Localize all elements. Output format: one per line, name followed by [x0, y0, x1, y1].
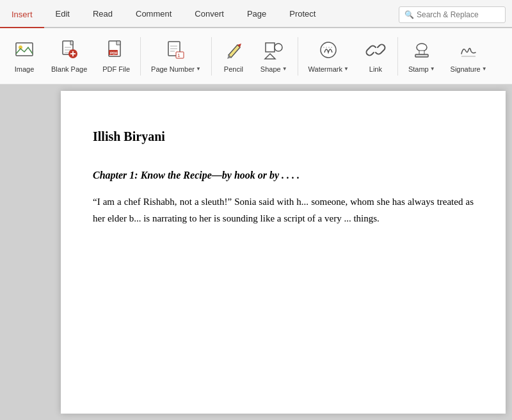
blank-page-icon — [59, 40, 79, 63]
toolbar-watermark-button[interactable]: Watermark ▼ — [302, 33, 355, 79]
svg-point-19 — [275, 44, 282, 51]
svg-text:PDF: PDF — [110, 51, 118, 55]
tab-bar: Insert Edit Read Comment Convert Page Pr… — [0, 0, 512, 28]
watermark-icon — [318, 40, 339, 63]
document-paragraph: “I am a chef Rishabh, not a sleuth!” Son… — [93, 194, 474, 227]
toolbar-pdf-file-button[interactable]: PDF PDF File — [96, 33, 136, 79]
separator-2 — [211, 37, 212, 76]
toolbar-pencil-button[interactable]: Pencil — [216, 33, 252, 79]
shape-label: Shape ▼ — [260, 65, 287, 73]
tab-read[interactable]: Read — [81, 0, 124, 27]
page-number-label: Page Number ▼ — [151, 65, 201, 73]
document-area: Illish Biryani Chapter 1: Know the Recip… — [0, 85, 512, 420]
svg-point-21 — [321, 42, 336, 58]
svg-rect-24 — [415, 54, 428, 57]
tab-convert[interactable]: Convert — [183, 0, 236, 27]
search-box[interactable]: 🔍 — [399, 6, 506, 23]
pdf-file-icon: PDF — [106, 40, 127, 63]
link-icon — [365, 40, 386, 63]
stamp-label: Stamp ▼ — [408, 65, 435, 73]
search-input[interactable] — [417, 10, 500, 19]
tab-protect[interactable]: Protect — [278, 0, 327, 27]
watermark-dropdown-arrow: ▼ — [344, 66, 349, 72]
shape-icon — [264, 40, 284, 63]
toolbar-signature-button[interactable]: Signature ▼ — [444, 33, 493, 79]
link-label: Link — [369, 65, 382, 73]
document-content: Illish Biryani Chapter 1: Know the Recip… — [61, 91, 506, 414]
tab-insert[interactable]: Insert — [0, 1, 44, 28]
toolbar-stamp-button[interactable]: Stamp ▼ — [402, 33, 442, 79]
signature-icon — [458, 40, 479, 63]
left-panel — [0, 85, 61, 420]
toolbar-page-number-button[interactable]: 1 Page Number ▼ — [145, 33, 207, 79]
image-label: Image — [15, 65, 35, 73]
stamp-icon — [412, 40, 432, 63]
stamp-dropdown-arrow: ▼ — [430, 66, 435, 72]
watermark-label: Watermark ▼ — [308, 65, 349, 73]
separator-1 — [140, 37, 141, 76]
image-icon — [14, 40, 35, 63]
tab-edit[interactable]: Edit — [44, 0, 81, 27]
document-title: Illish Biryani — [93, 129, 474, 144]
svg-marker-20 — [265, 54, 275, 59]
page-number-icon: 1 — [166, 40, 186, 63]
svg-rect-0 — [16, 43, 33, 56]
svg-point-22 — [417, 44, 427, 51]
toolbar-blank-page-button[interactable]: Blank Page — [45, 33, 93, 79]
tab-page[interactable]: Page — [236, 0, 278, 27]
svg-rect-23 — [419, 51, 424, 54]
toolbar: Image Blank Page PDF — [0, 28, 512, 85]
page-number-dropdown-arrow: ▼ — [196, 66, 201, 72]
toolbar-shape-button[interactable]: Shape ▼ — [254, 33, 294, 79]
separator-3 — [298, 37, 298, 76]
pencil-label: Pencil — [224, 65, 243, 73]
shape-dropdown-arrow: ▼ — [282, 66, 287, 72]
svg-rect-18 — [266, 43, 275, 52]
signature-dropdown-arrow: ▼ — [482, 66, 487, 72]
toolbar-link-button[interactable]: Link — [358, 33, 394, 79]
signature-label: Signature ▼ — [451, 65, 487, 73]
search-icon: 🔍 — [404, 10, 414, 19]
pencil-icon — [223, 40, 244, 63]
toolbar-image-button[interactable]: Image — [6, 33, 42, 79]
document-chapter: Chapter 1: Know the Recipe—by hook or by… — [93, 170, 474, 181]
tab-comment[interactable]: Comment — [124, 0, 183, 27]
pdf-file-label: PDF File — [102, 65, 130, 73]
separator-4 — [397, 37, 398, 76]
blank-page-label: Blank Page — [51, 65, 87, 73]
svg-text:1: 1 — [177, 52, 180, 58]
